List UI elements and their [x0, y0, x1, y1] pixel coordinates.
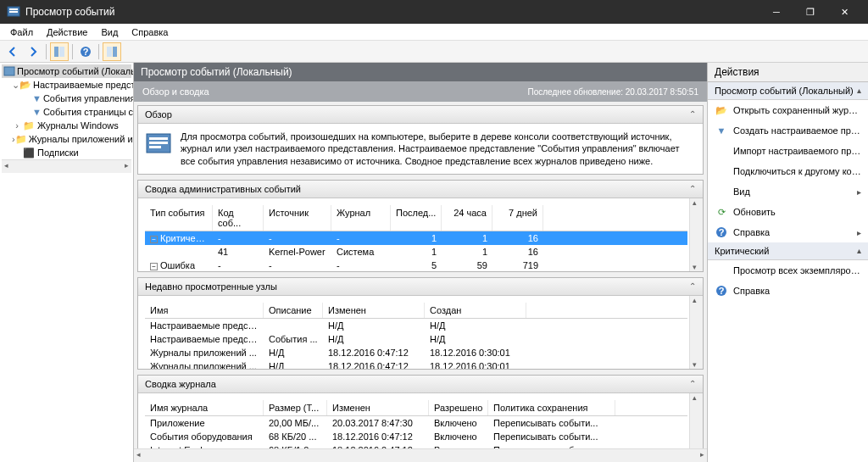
tree-subscriptions[interactable]: ⬛ Подписки [2, 146, 131, 159]
svg-text:?: ? [719, 286, 725, 296]
action-label: Импорт настраиваемого предста... [733, 146, 861, 156]
menu-help[interactable]: Справка [125, 25, 175, 39]
actions-panel: Действия Просмотр событий (Локальный) ▴ … [707, 63, 868, 462]
tree-admin-events[interactable]: ▼ События управления [2, 92, 131, 105]
action-help-2[interactable]: ? Справка [708, 281, 868, 301]
overview-title-bar: Обзор и сводка Последнее обновление: 20.… [134, 81, 707, 102]
svg-rect-7 [107, 47, 112, 57]
action-import-custom[interactable]: Импорт настраиваемого предста... [708, 141, 868, 161]
table-row[interactable]: 41Kernel-PowerСистема1116 [145, 245, 687, 259]
action-view-menu[interactable]: Вид ▸ [708, 181, 868, 202]
scrollbar[interactable] [689, 198, 703, 271]
col-source[interactable]: Источник [264, 205, 331, 231]
col-logname[interactable]: Имя журнала [145, 400, 264, 415]
col-desc[interactable]: Описание [264, 303, 323, 318]
forward-button[interactable] [24, 42, 42, 61]
action-label: Подключиться к другому компь... [733, 166, 861, 176]
folder-open-icon: 📂 [715, 103, 728, 117]
action-group-label: Просмотр событий (Локальный) [715, 86, 854, 96]
blank-icon [715, 144, 728, 158]
tree-custom-label: Настраиваемые представл [33, 80, 134, 90]
action-label: Справка [733, 286, 770, 296]
col-code[interactable]: Код соб... [213, 205, 264, 231]
table-row[interactable]: −Критический---1116 [145, 231, 687, 245]
recent-nodes-head[interactable]: Недавно просмотренные узлы ⌃ [138, 278, 703, 296]
table-row[interactable]: Настраиваемые предст...События ...Н/ДН/Д [145, 332, 687, 346]
action-group-local[interactable]: Просмотр событий (Локальный) ▴ [708, 82, 868, 100]
col-last[interactable]: Послед... [391, 205, 442, 231]
center-panel: Просмотр событий (Локальный) Обзор и сво… [134, 63, 707, 462]
svg-text:?: ? [719, 227, 725, 237]
action-group-critical[interactable]: Критический ▴ [708, 242, 868, 260]
app-icon [7, 5, 20, 19]
action-open-saved[interactable]: 📂 Открыть сохраненный журнал... [708, 100, 868, 120]
menu-file[interactable]: Файл [3, 25, 40, 39]
table-row[interactable]: Настраиваемые предст...Н/ДН/Д [145, 319, 687, 332]
log-summary-head[interactable]: Сводка журнала ⌃ [138, 376, 703, 393]
col-type[interactable]: Тип события [145, 205, 213, 231]
folder-icon: 📁 [15, 133, 27, 145]
col-name[interactable]: Имя [145, 303, 264, 318]
table-row[interactable]: −Ошибка---559719 [145, 259, 687, 271]
admin-summary-title: Сводка административных событий [145, 184, 301, 194]
tree-windows-logs[interactable]: › 📁 Журналы Windows [2, 119, 131, 132]
show-actions-button[interactable] [103, 42, 121, 61]
actions-title: Действия [708, 63, 868, 82]
expander-icon[interactable]: ⌄ [12, 80, 19, 91]
svg-rect-11 [149, 137, 168, 140]
help-button[interactable]: ? [76, 42, 95, 61]
expander-icon[interactable]: › [12, 120, 22, 131]
action-create-custom[interactable]: ▼ Создать настраиваемое представ... [708, 120, 868, 141]
col-enabled[interactable]: Разрешено [429, 400, 488, 415]
svg-rect-9 [4, 67, 14, 75]
tree-winlogs-label: Журналы Windows [37, 120, 119, 131]
tree-custom-views[interactable]: ⌄ 📂 Настраиваемые представл [2, 78, 131, 92]
tree-scrollbar[interactable] [2, 159, 131, 173]
tree-page-label: События страницы сво [43, 107, 134, 117]
log-summary-section: Сводка журнала ⌃ Имя журнала Размер (Т..… [137, 375, 704, 448]
col-mod[interactable]: Изменен [327, 400, 429, 415]
back-button[interactable] [3, 42, 22, 61]
overview-section-head[interactable]: Обзор ⌃ [138, 106, 703, 124]
filter-icon: ▼ [32, 106, 42, 118]
col-mod[interactable]: Изменен [323, 303, 425, 318]
col-created[interactable]: Создан [425, 303, 526, 318]
col-size[interactable]: Размер (Т... [264, 400, 327, 415]
folder-icon: 📁 [22, 120, 36, 131]
action-refresh[interactable]: ⟳ Обновить [708, 202, 868, 222]
help-icon: ? [715, 225, 728, 239]
admin-summary-head[interactable]: Сводка административных событий ⌃ [138, 181, 703, 198]
collapse-icon: ⌃ [689, 379, 696, 389]
menu-view[interactable]: Вид [94, 25, 125, 39]
center-scrollbar[interactable] [134, 448, 707, 462]
action-connect[interactable]: Подключиться к другому компь... [708, 161, 868, 181]
table-row[interactable]: События оборудования68 КБ/20 ...18.12.20… [145, 430, 687, 443]
col-7d[interactable]: 7 дней [492, 205, 543, 231]
close-button[interactable]: ✕ [827, 0, 861, 24]
minimize-button[interactable]: ─ [760, 0, 793, 24]
col-log[interactable]: Журнал [331, 205, 391, 231]
menu-action[interactable]: Действие [40, 25, 94, 39]
show-tree-button[interactable] [50, 42, 69, 61]
scrollbar[interactable] [689, 296, 703, 369]
maximize-button[interactable]: ❐ [793, 0, 827, 24]
table-row[interactable]: Журналы приложений ...Н/Д18.12.2016 0:47… [145, 346, 687, 359]
tree-root[interactable]: Просмотр событий (Локальный [2, 64, 131, 78]
folder-icon: 📂 [19, 79, 31, 91]
scrollbar[interactable] [689, 393, 703, 448]
action-label: Создать настраиваемое представ... [733, 125, 861, 136]
col-24h[interactable]: 24 часа [442, 205, 492, 231]
overview-section: Обзор ⌃ Для просмотра событий, произошед… [137, 105, 704, 175]
svg-rect-13 [149, 146, 161, 148]
table-row[interactable]: Журналы приложений ...Н/Д18.12.2016 0:47… [145, 359, 687, 369]
chevron-right-icon: ▸ [857, 228, 861, 237]
tree-page-events[interactable]: ▼ События страницы сво [2, 105, 131, 119]
col-policy[interactable]: Политика сохранения [488, 400, 615, 415]
last-update: Последнее обновление: 20.03.2017 8:50:51 [528, 87, 698, 97]
table-row[interactable]: Приложение20,00 МБ/...20.03.2017 8:47:30… [145, 416, 687, 430]
filter-icon: ▼ [715, 124, 728, 137]
overview-icon [145, 131, 172, 158]
action-help[interactable]: ? Справка ▸ [708, 222, 868, 242]
tree-app-logs[interactable]: › 📁 Журналы приложений и сл [2, 132, 131, 146]
action-view-all[interactable]: Просмотр всех экземпляров этог... [708, 260, 868, 281]
